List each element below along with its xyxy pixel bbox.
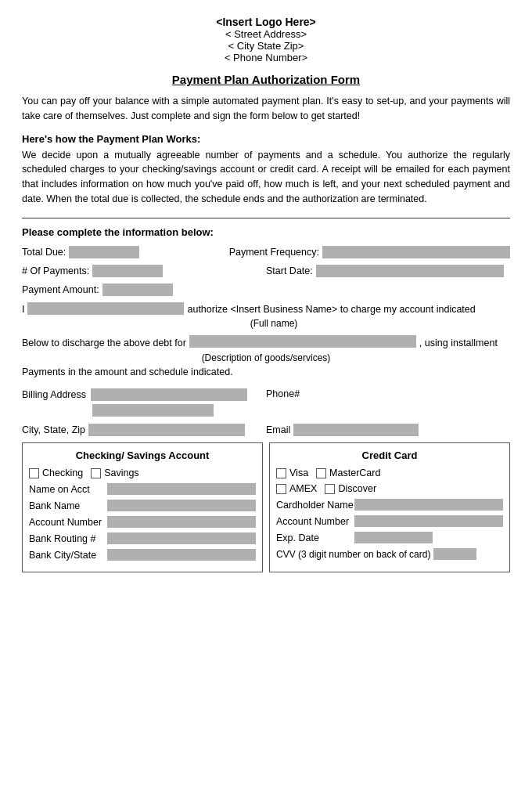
cardholder-name-row: Cardholder Name [276,499,503,511]
credit-card-section: Credit Card Visa MasterCard AMEX [269,442,510,572]
discover-checkbox[interactable] [325,484,335,494]
exp-date-input[interactable] [354,532,433,543]
payment-amount-label: Payment Amount: [22,284,99,295]
name-on-acct-row: Name on Acct [29,483,256,495]
visa-label: Visa [289,467,308,478]
bank-city-state-label: Bank City/State [29,550,107,561]
city-state-zip-col: City, State, Zip [22,424,266,436]
authorize-row: I authorize <Insert Business Name> to ch… [22,302,510,317]
city-state-zip-input[interactable] [88,424,245,436]
bank-routing-row: Bank Routing # [29,532,256,544]
account-number-row-check: Account Number [29,516,256,528]
checking-section-title: Checking/ Savings Account [29,449,256,461]
cvv-row: CVV (3 digit number on back of card) [276,548,503,560]
account-number-label-check: Account Number [29,517,107,528]
full-name-input[interactable] [27,302,184,315]
form-title: Payment Plan Authorization Form [22,73,510,86]
credit-section-title: Credit Card [276,449,503,461]
num-payments-input[interactable] [92,265,163,277]
bank-city-state-input[interactable] [107,549,256,561]
savings-label: Savings [104,467,138,478]
bank-routing-label: Bank Routing # [29,533,107,544]
bank-name-input[interactable] [107,500,256,511]
bank-city-state-row: Bank City/State [29,549,256,561]
account-number-row-credit: Account Number [276,515,503,527]
amex-checkbox-item[interactable]: AMEX [276,483,317,494]
account-number-label-credit: Account Number [276,516,354,527]
phone-header: < Phone Number> [22,52,510,63]
complete-title: Please complete the information below: [22,226,510,238]
payment-frequency-input[interactable] [322,246,510,258]
visa-checkbox[interactable] [276,468,286,478]
discharge-row: Below to discharge the above debt for , … [22,335,510,351]
row-payment-amount: Payment Amount: [22,283,510,296]
checking-savings-section: Checking/ Savings Account Checking Savin… [22,442,263,572]
row-total-due-payment-frequency: Total Due: Payment Frequency: [22,246,510,258]
amex-discover-row: AMEX Discover [276,483,503,494]
checking-checkbox-item[interactable]: Checking [29,467,83,478]
two-section: Checking/ Savings Account Checking Savin… [22,442,510,572]
billing-address-label: Billing Address [22,389,86,400]
how-it-works-title: Here's how the Payment Plan Works: [22,133,510,145]
row-payments-startdate: # Of Payments: Start Date: [22,265,510,277]
city-state-zip-label: City, State, Zip [22,424,85,435]
logo-placeholder: <Insert Logo Here> [22,16,510,28]
email-input[interactable] [293,424,419,436]
cvv-input[interactable] [433,548,476,560]
city-state-zip-header: < City State Zip> [22,40,510,52]
payments-text: Payments in the amount and schedule indi… [22,366,510,377]
bank-name-label: Bank Name [29,500,107,511]
cardholder-name-label: Cardholder Name [276,500,354,511]
savings-checkbox[interactable] [91,468,101,478]
col-payment-frequency: Payment Frequency: [229,246,510,258]
account-number-input-credit[interactable] [354,515,503,527]
billing-address-line2-input[interactable] [92,404,214,417]
discover-label: Discover [338,483,376,494]
start-date-input[interactable] [316,265,504,277]
goods-label: (Description of goods/services) [22,352,510,363]
col-num-payments: # Of Payments: [22,265,266,277]
discharge-prefix: Below to discharge the above debt for [22,335,186,351]
checking-checkbox[interactable] [29,468,39,478]
mastercard-checkbox[interactable] [316,468,326,478]
savings-checkbox-item[interactable]: Savings [91,467,138,478]
full-name-label: (Full name) [38,318,510,329]
mastercard-label: MasterCard [329,467,380,478]
col-total-due: Total Due: [22,246,229,258]
name-on-acct-input[interactable] [107,483,256,495]
exp-date-row: Exp. Date [276,532,503,543]
billing-phone-row: Billing Address Phone# [22,388,510,419]
account-number-input-check[interactable] [107,516,256,528]
phone-col: Phone# [266,388,510,419]
amex-checkbox[interactable] [276,484,286,494]
bank-routing-input[interactable] [107,532,256,544]
visa-mastercard-row: Visa MasterCard [276,467,503,478]
start-date-label: Start Date: [266,265,313,276]
divider [22,218,510,218]
discharge-suffix: , using installment [419,335,498,351]
street-address: < Street Address> [22,28,510,40]
discover-checkbox-item[interactable]: Discover [325,483,376,494]
visa-checkbox-item[interactable]: Visa [276,467,308,478]
email-col: Email [266,424,510,436]
payment-frequency-label: Payment Frequency: [229,247,319,258]
col-start-date: Start Date: [266,265,510,277]
checking-label: Checking [42,467,83,478]
cvv-label: CVV (3 digit number on back of card) [276,549,430,560]
phone-label: Phone# [266,388,300,399]
billing-address-col: Billing Address [22,388,266,419]
amex-label: AMEX [289,483,317,494]
payment-amount-input[interactable] [102,283,173,296]
form-header: <Insert Logo Here> < Street Address> < C… [22,16,510,63]
goods-services-input[interactable] [189,335,416,348]
billing-address-input[interactable] [91,388,247,401]
total-due-input[interactable] [69,246,139,258]
total-due-label: Total Due: [22,247,66,258]
authorize-prefix: I [22,302,24,317]
intro-text: You can pay off your balance with a simp… [22,94,510,124]
mastercard-checkbox-item[interactable]: MasterCard [316,467,380,478]
bank-name-row: Bank Name [29,500,256,511]
name-on-acct-label: Name on Acct [29,484,107,495]
cardholder-name-input[interactable] [354,499,503,511]
exp-date-label: Exp. Date [276,532,354,543]
